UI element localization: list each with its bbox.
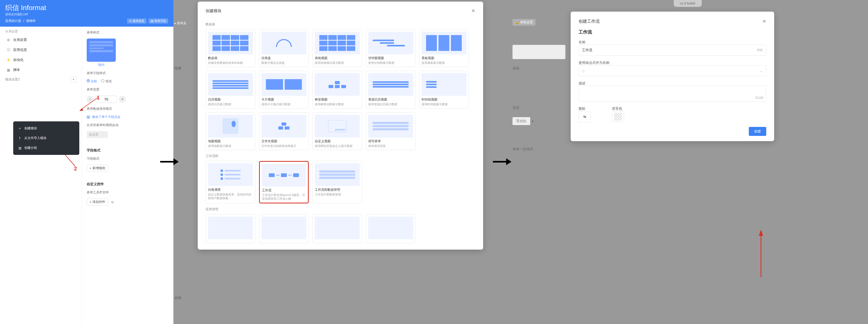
radio-border[interactable]: 边框	[87, 79, 97, 84]
field-style-title: 表单字段样式	[87, 71, 168, 75]
form-style-title: 表单样式	[87, 30, 168, 35]
card-tree-view[interactable]: 树形视图使用树形结构展示数据	[312, 71, 362, 108]
section-global: 全局设置	[0, 27, 82, 35]
add-module-context-menu: +创建模块 ⭱从文件导入模块 ▤创建分组	[13, 121, 79, 155]
plus-icon: +	[18, 127, 22, 130]
module-label: 模块设置2	[5, 77, 20, 82]
version-badge: v1.0 build3	[674, 0, 702, 7]
workflow-icon: ⇆	[583, 115, 586, 119]
card-data-table[interactable]: 数据表存储业务数据的表单和表格	[206, 29, 255, 67]
modal-title: 创建模块	[206, 8, 221, 13]
hint-bg: 背景	[513, 106, 565, 110]
tab-permission[interactable]: 🔒权限设置	[513, 19, 535, 26]
arrow-to-create	[756, 227, 787, 280]
card-app-4[interactable]	[366, 214, 415, 243]
module-settings-row: 模块设置2 +	[0, 75, 82, 84]
group-workflow: 工作流程	[206, 154, 475, 158]
bg-text-group: 分组	[175, 295, 181, 300]
card-map-view[interactable]: 地图视图使用地图展示数据	[206, 112, 255, 150]
sidebar-item-script[interactable]: ▦脚本	[0, 65, 82, 75]
card-table-view[interactable]: 表格视图使用表格模式展示数据	[312, 29, 362, 67]
tab-basic-info[interactable]: ⊙ 基本信息	[127, 19, 147, 24]
ctx-import-module[interactable]: ⭱从文件导入模块	[13, 133, 79, 143]
svg-line-0	[81, 98, 98, 110]
card-app-3[interactable]	[312, 214, 362, 243]
card-survey[interactable]: 问卷调查自定义数据收集表单，实现对内外部用户数据收集	[206, 161, 255, 204]
card-timeline[interactable]: 时间线视图使用时间线展示数据	[419, 71, 469, 108]
copy-icon[interactable]: ⧉	[110, 200, 115, 204]
ctx-create-module[interactable]: +创建模块	[13, 123, 79, 133]
name-label: 名称	[579, 40, 766, 45]
create-button[interactable]: 创建	[749, 127, 766, 136]
ctx-create-group[interactable]: ▤创建分组	[13, 143, 79, 153]
bg-tab-fragment: ▸ 表单及	[175, 21, 186, 26]
icon-picker[interactable]: ⇆	[579, 111, 591, 122]
sidebar-item-appinfo[interactable]: ⓘ应用信息	[0, 45, 82, 55]
close-icon[interactable]: ✕	[471, 8, 475, 14]
card-fill-form[interactable]: 填写表单表单填写页面	[366, 112, 415, 150]
card-kanban[interactable]: 看板视图使用看板展示数据	[419, 29, 469, 67]
width-increment[interactable]: +	[119, 96, 126, 103]
hint-table: 表格	[513, 66, 565, 71]
sidebar-item-global[interactable]: ⚙全局设置	[0, 35, 82, 45]
chevron-down-icon: ⌄	[760, 69, 763, 73]
form-width-title: 表单宽度	[87, 87, 168, 92]
name-counter: 3/50	[757, 48, 763, 52]
breadcrumb: 应用设计器 / 报销单 ⊙ 基本信息 ▤ 表单字段	[5, 19, 168, 24]
sidebar-item-automation[interactable]: ⚡自动化	[0, 55, 82, 65]
group-app-mgmt: 应用管理	[206, 207, 475, 212]
desc-counter: 0/100	[755, 96, 763, 100]
bgcolor-label: 背景色	[612, 106, 624, 111]
card-card-view[interactable]: 卡片视图使用卡片模式展示数据	[259, 71, 309, 108]
card-app-1[interactable]	[206, 214, 255, 243]
radio-icon	[87, 79, 90, 82]
desc-textarea[interactable]: 0/100	[579, 86, 766, 102]
card-resource-calendar[interactable]: 资源日历视图使用资源日历展示数据	[366, 71, 415, 108]
bg-text-classic: 经典	[175, 66, 181, 71]
arrow-step-1to2	[160, 157, 179, 166]
svg-marker-1	[79, 108, 83, 111]
crumb-designer[interactable]: 应用设计器	[5, 19, 21, 23]
style-name: 简约	[87, 63, 116, 67]
bg-hints: 表格 背景 百分比▾ 表单一起保存	[513, 45, 565, 151]
svg-marker-5	[174, 158, 179, 165]
name-input[interactable]: 工作流 3/50	[579, 45, 766, 56]
brand-title: 织信 Informat	[5, 3, 168, 12]
close-icon[interactable]: ✕	[762, 19, 766, 24]
card-workflow-data[interactable]: 工作流程数据管理工作流引擎数据管理	[312, 161, 362, 204]
card-workflow[interactable]: 工作流工作流引擎支持bpmn2.0规范，可实现审批等工作流人物	[259, 161, 309, 204]
hint-percent[interactable]: 百分比	[513, 117, 530, 125]
radio-icon	[101, 79, 104, 82]
card-app-2[interactable]	[259, 214, 309, 243]
upload-icon: ⭱	[18, 136, 22, 140]
card-dashboard[interactable]: 仪表盘数据可视化仪表盘	[259, 29, 309, 67]
app-header: 织信 Informat 深圳交付团队UAT 应用设计器 / 报销单 ⊙ 基本信息…	[0, 0, 174, 27]
card-custom-view[interactable]: javascript自定义视图使用网站页面自定义展示数据	[312, 112, 362, 150]
gear-icon: ⚙	[6, 38, 10, 42]
brand-subtitle: 深圳交付团队UAT	[5, 12, 168, 16]
svg-marker-7	[506, 158, 512, 165]
group-data-table: 数据表	[206, 22, 475, 27]
field-format-sub: 字段格式	[87, 156, 168, 161]
add-control-button[interactable]: + 添加控件	[87, 199, 108, 206]
tab-form-fields[interactable]: ▤ 表单字段	[149, 19, 168, 24]
bgcolor-picker[interactable]	[612, 111, 624, 122]
style-preview-card[interactable]	[87, 38, 116, 62]
radio-fill[interactable]: 填充	[101, 79, 112, 84]
desc-label: 描述	[579, 81, 766, 86]
field-format-title: 字段格式	[87, 148, 168, 153]
custom-control-title: 自定义控件	[87, 182, 168, 186]
modal3-subtitle: 工作流	[579, 29, 766, 35]
card-calendar[interactable]: 日历视图使用日历展示数据	[206, 71, 255, 108]
card-folder-view[interactable]: 文件夹视图文件夹形式的树形结构展示	[259, 112, 309, 150]
info-icon: ⓘ	[6, 48, 10, 52]
lock-icon: 🔒	[515, 21, 519, 24]
icon-label: 图标	[579, 106, 591, 111]
right-settings-panel: 表单样式 简约 表单字段样式 边框 填充 表单宽度 − + 表单数据保存模式 修…	[82, 27, 174, 324]
create-module-modal: 创建模块 ✕ 数据表 数据表存储业务数据的表单和表格 仪表盘数据可视化仪表盘 表…	[198, 2, 483, 250]
card-gantt[interactable]: 甘特图视图使用甘特图展示数据	[366, 29, 415, 67]
expression-select[interactable]: ◇ ⌄	[579, 65, 766, 76]
add-module-button[interactable]: +	[70, 76, 76, 82]
close-auto-value[interactable]: 未设置	[87, 131, 108, 138]
folder-icon: ▤	[18, 146, 22, 150]
